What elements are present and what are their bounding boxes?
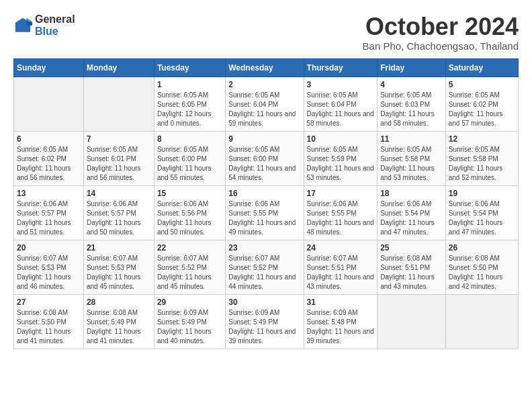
- calendar-cell: 4Sunrise: 6:05 AMSunset: 6:03 PMDaylight…: [378, 77, 446, 131]
- day-info: Sunrise: 6:05 AMSunset: 5:58 PMDaylight:…: [380, 145, 443, 183]
- calendar-cell: 24Sunrise: 6:07 AMSunset: 5:51 PMDayligh…: [304, 240, 378, 294]
- day-info: Sunrise: 6:09 AMSunset: 5:49 PMDaylight:…: [228, 308, 300, 346]
- day-info: Sunrise: 6:07 AMSunset: 5:52 PMDaylight:…: [228, 254, 300, 291]
- day-info: Sunrise: 6:09 AMSunset: 5:48 PMDaylight:…: [307, 308, 375, 346]
- calendar-body: 1Sunrise: 6:05 AMSunset: 6:05 PMDaylight…: [14, 77, 519, 349]
- calendar-cell: 25Sunrise: 6:08 AMSunset: 5:51 PMDayligh…: [378, 240, 446, 294]
- day-number: 14: [87, 189, 151, 198]
- title-area: October 2024 Ban Pho, Chachoengsao, Thai…: [363, 13, 519, 52]
- day-number: 28: [87, 298, 151, 307]
- day-number: 6: [17, 134, 81, 144]
- day-info: Sunrise: 6:09 AMSunset: 5:49 PMDaylight:…: [157, 308, 222, 346]
- day-number: 5: [449, 80, 515, 89]
- day-info: Sunrise: 6:08 AMSunset: 5:50 PMDaylight:…: [17, 308, 81, 346]
- calendar-week-1: 1Sunrise: 6:05 AMSunset: 6:05 PMDaylight…: [14, 77, 519, 131]
- day-info: Sunrise: 6:06 AMSunset: 5:57 PMDaylight:…: [87, 199, 151, 237]
- day-info: Sunrise: 6:05 AMSunset: 6:01 PMDaylight:…: [87, 145, 151, 183]
- weekday-header-friday: Friday: [378, 58, 446, 77]
- calendar-cell: 17Sunrise: 6:06 AMSunset: 5:55 PMDayligh…: [304, 185, 378, 240]
- day-info: Sunrise: 6:05 AMSunset: 6:02 PMDaylight:…: [449, 91, 515, 128]
- page-header: General Blue October 2024 Ban Pho, Chach…: [13, 13, 519, 52]
- calendar-cell: 30Sunrise: 6:09 AMSunset: 5:49 PMDayligh…: [226, 294, 304, 349]
- day-info: Sunrise: 6:05 AMSunset: 6:00 PMDaylight:…: [228, 145, 300, 183]
- calendar-cell: 13Sunrise: 6:06 AMSunset: 5:57 PMDayligh…: [14, 185, 84, 240]
- day-number: 23: [228, 243, 300, 253]
- calendar-cell: 19Sunrise: 6:06 AMSunset: 5:54 PMDayligh…: [445, 185, 518, 240]
- calendar-cell: 29Sunrise: 6:09 AMSunset: 5:49 PMDayligh…: [154, 294, 225, 349]
- logo-icon: [13, 16, 32, 35]
- day-number: 12: [449, 134, 515, 144]
- calendar-cell: 22Sunrise: 6:07 AMSunset: 5:52 PMDayligh…: [154, 240, 225, 294]
- calendar-cell: 26Sunrise: 6:08 AMSunset: 5:50 PMDayligh…: [445, 240, 518, 294]
- calendar-cell: 31Sunrise: 6:09 AMSunset: 5:48 PMDayligh…: [304, 294, 378, 349]
- calendar-cell: 23Sunrise: 6:07 AMSunset: 5:52 PMDayligh…: [226, 240, 304, 294]
- day-number: 21: [87, 243, 151, 253]
- day-info: Sunrise: 6:05 AMSunset: 6:05 PMDaylight:…: [157, 91, 222, 128]
- logo-text: General Blue: [35, 13, 75, 38]
- calendar-table: SundayMondayTuesdayWednesdayThursdayFrid…: [13, 58, 519, 349]
- day-info: Sunrise: 6:07 AMSunset: 5:51 PMDaylight:…: [307, 254, 375, 291]
- day-info: Sunrise: 6:06 AMSunset: 5:54 PMDaylight:…: [380, 199, 443, 237]
- calendar-cell: 11Sunrise: 6:05 AMSunset: 5:58 PMDayligh…: [378, 131, 446, 185]
- day-info: Sunrise: 6:08 AMSunset: 5:50 PMDaylight:…: [449, 254, 515, 291]
- day-number: 17: [307, 189, 375, 198]
- day-number: 16: [228, 189, 300, 198]
- logo-blue: Blue: [35, 26, 58, 37]
- calendar-cell: 18Sunrise: 6:06 AMSunset: 5:54 PMDayligh…: [378, 185, 446, 240]
- calendar-cell: 14Sunrise: 6:06 AMSunset: 5:57 PMDayligh…: [83, 185, 154, 240]
- calendar-cell: 28Sunrise: 6:08 AMSunset: 5:49 PMDayligh…: [83, 294, 154, 349]
- day-number: 29: [157, 298, 222, 307]
- calendar-cell: 27Sunrise: 6:08 AMSunset: 5:50 PMDayligh…: [14, 294, 84, 349]
- day-info: Sunrise: 6:05 AMSunset: 5:58 PMDaylight:…: [449, 145, 515, 183]
- calendar-cell: 20Sunrise: 6:07 AMSunset: 5:53 PMDayligh…: [14, 240, 84, 294]
- calendar-cell: [14, 77, 84, 131]
- day-number: 31: [307, 298, 375, 307]
- calendar-week-4: 20Sunrise: 6:07 AMSunset: 5:53 PMDayligh…: [14, 240, 519, 294]
- day-number: 2: [228, 80, 300, 89]
- weekday-header-sunday: Sunday: [14, 58, 84, 77]
- calendar-cell: 2Sunrise: 6:05 AMSunset: 6:04 PMDaylight…: [226, 77, 304, 131]
- day-info: Sunrise: 6:07 AMSunset: 5:52 PMDaylight:…: [157, 254, 222, 291]
- calendar-cell: 6Sunrise: 6:05 AMSunset: 6:02 PMDaylight…: [14, 131, 84, 185]
- day-info: Sunrise: 6:05 AMSunset: 6:00 PMDaylight:…: [157, 145, 222, 183]
- calendar-cell: 3Sunrise: 6:05 AMSunset: 6:04 PMDaylight…: [304, 77, 378, 131]
- day-number: 24: [307, 243, 375, 253]
- day-info: Sunrise: 6:05 AMSunset: 5:59 PMDaylight:…: [307, 145, 375, 183]
- day-number: 22: [157, 243, 222, 253]
- day-number: 9: [228, 134, 300, 144]
- calendar-cell: 21Sunrise: 6:07 AMSunset: 5:53 PMDayligh…: [83, 240, 154, 294]
- day-number: 30: [228, 298, 300, 307]
- day-number: 1: [157, 80, 222, 89]
- calendar-cell: 16Sunrise: 6:06 AMSunset: 5:55 PMDayligh…: [226, 185, 304, 240]
- day-number: 20: [17, 243, 81, 253]
- calendar-cell: 15Sunrise: 6:06 AMSunset: 5:56 PMDayligh…: [154, 185, 225, 240]
- calendar-cell: 12Sunrise: 6:05 AMSunset: 5:58 PMDayligh…: [445, 131, 518, 185]
- day-info: Sunrise: 6:05 AMSunset: 6:03 PMDaylight:…: [380, 91, 443, 128]
- calendar-cell: 8Sunrise: 6:05 AMSunset: 6:00 PMDaylight…: [154, 131, 225, 185]
- day-number: 26: [449, 243, 515, 253]
- weekday-header-tuesday: Tuesday: [154, 58, 225, 77]
- calendar-cell: 7Sunrise: 6:05 AMSunset: 6:01 PMDaylight…: [83, 131, 154, 185]
- calendar-header-row: SundayMondayTuesdayWednesdayThursdayFrid…: [14, 58, 519, 77]
- day-number: 19: [449, 189, 515, 198]
- weekday-header-wednesday: Wednesday: [226, 58, 304, 77]
- day-info: Sunrise: 6:06 AMSunset: 5:54 PMDaylight:…: [449, 199, 515, 237]
- day-info: Sunrise: 6:07 AMSunset: 5:53 PMDaylight:…: [17, 254, 81, 291]
- calendar-cell: [378, 294, 446, 349]
- day-info: Sunrise: 6:08 AMSunset: 5:51 PMDaylight:…: [380, 254, 443, 291]
- day-number: 10: [307, 134, 375, 144]
- day-number: 3: [307, 80, 375, 89]
- day-number: 4: [380, 80, 443, 89]
- calendar-cell: 5Sunrise: 6:05 AMSunset: 6:02 PMDaylight…: [445, 77, 518, 131]
- calendar-cell: 1Sunrise: 6:05 AMSunset: 6:05 PMDaylight…: [154, 77, 225, 131]
- calendar-cell: 9Sunrise: 6:05 AMSunset: 6:00 PMDaylight…: [226, 131, 304, 185]
- day-number: 11: [380, 134, 443, 144]
- calendar-week-2: 6Sunrise: 6:05 AMSunset: 6:02 PMDaylight…: [14, 131, 519, 185]
- day-number: 15: [157, 189, 222, 198]
- day-info: Sunrise: 6:05 AMSunset: 6:04 PMDaylight:…: [228, 91, 300, 128]
- logo-general: General: [35, 13, 75, 25]
- day-info: Sunrise: 6:05 AMSunset: 6:02 PMDaylight:…: [17, 145, 81, 183]
- calendar-cell: 10Sunrise: 6:05 AMSunset: 5:59 PMDayligh…: [304, 131, 378, 185]
- day-number: 13: [17, 189, 81, 198]
- day-info: Sunrise: 6:06 AMSunset: 5:57 PMDaylight:…: [17, 199, 81, 237]
